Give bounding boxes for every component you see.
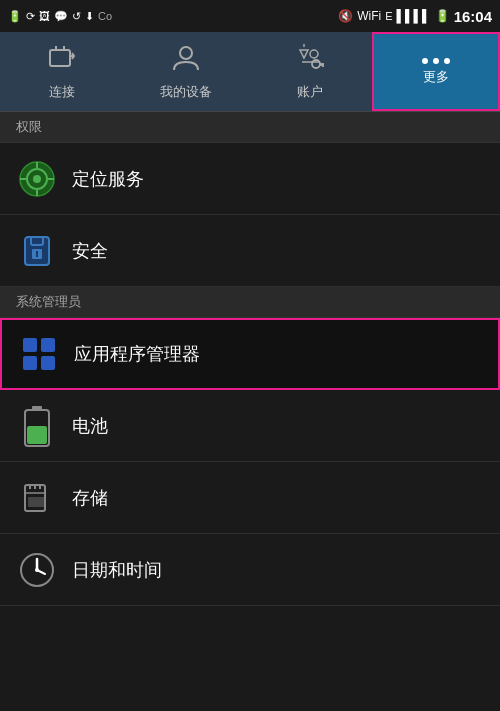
tab-connect-label: 连接	[49, 83, 75, 101]
wifi-icon: WiFi	[357, 9, 381, 23]
list-item-battery[interactable]: 电池	[0, 390, 500, 462]
section-header-sysadmin: 系统管理员	[0, 287, 500, 318]
svg-rect-35	[28, 497, 46, 507]
download-icon: ⬇	[85, 10, 94, 23]
svg-point-39	[35, 568, 39, 572]
tab-more[interactable]: 更多	[372, 32, 500, 111]
svg-rect-25	[23, 356, 37, 370]
clock: 16:04	[454, 8, 492, 25]
security-label: 安全	[72, 239, 108, 263]
battery-icon: 🔋	[435, 9, 450, 23]
appmanager-icon	[18, 333, 60, 375]
appmanager-label: 应用程序管理器	[74, 342, 200, 366]
status-right-icons: 🔇 WiFi E ▌▌▌▌ 🔋 16:04	[338, 8, 492, 25]
more-icon	[422, 58, 450, 64]
svg-rect-23	[23, 338, 37, 352]
wechat-icon: 💬	[54, 10, 68, 23]
list-item-datetime[interactable]: 日期和时间	[0, 534, 500, 606]
svg-point-4	[180, 47, 192, 59]
datetime-label: 日期和时间	[72, 558, 162, 582]
tab-connect[interactable]: 连接	[0, 32, 124, 111]
app-label: Co	[98, 10, 112, 22]
location-label: 定位服务	[72, 167, 144, 191]
sync-icon: ⟳	[26, 10, 35, 23]
network-type-label: E	[385, 10, 392, 22]
connect-icon	[46, 42, 78, 79]
svg-rect-0	[50, 50, 70, 66]
status-bar: 🔋 ⟳ 🖼 💬 ↺ ⬇ Co 🔇 WiFi E ▌▌▌▌ 🔋 16:04	[0, 0, 500, 32]
datetime-icon	[16, 549, 58, 591]
storage-icon	[16, 477, 58, 519]
location-icon	[16, 158, 58, 200]
battery-list-icon	[16, 405, 58, 447]
account-icon	[294, 42, 326, 79]
section-header-permissions: 权限	[0, 112, 500, 143]
list-item-security[interactable]: 安全	[0, 215, 500, 287]
status-left-icons: 🔋 ⟳ 🖼 💬 ↺ ⬇ Co	[8, 10, 112, 23]
svg-point-5	[310, 50, 318, 58]
mute-icon: 🔇	[338, 9, 353, 23]
svg-rect-26	[41, 356, 55, 370]
mydevice-icon	[170, 42, 202, 79]
svg-rect-28	[32, 406, 42, 410]
tab-bar: 连接 我的设备 账户	[0, 32, 500, 112]
list-item-location[interactable]: 定位服务	[0, 143, 500, 215]
tab-account-label: 账户	[297, 83, 323, 101]
tab-mydevice-label: 我的设备	[160, 83, 212, 101]
svg-point-14	[33, 175, 41, 183]
svg-point-8	[312, 60, 320, 68]
refresh-icon: ↺	[72, 10, 81, 23]
image-icon: 🖼	[39, 10, 50, 22]
battery-label: 电池	[72, 414, 108, 438]
battery-small-icon: 🔋	[8, 10, 22, 23]
tab-more-label: 更多	[423, 68, 449, 86]
list-item-appmanager[interactable]: 应用程序管理器	[0, 318, 500, 390]
tab-account[interactable]: 账户	[248, 32, 372, 111]
security-icon	[16, 230, 58, 272]
svg-rect-29	[27, 426, 47, 444]
list-item-storage[interactable]: 存储	[0, 462, 500, 534]
tab-mydevice[interactable]: 我的设备	[124, 32, 248, 111]
storage-label: 存储	[72, 486, 108, 510]
signal-bars-icon: ▌▌▌▌	[397, 9, 431, 23]
svg-rect-24	[41, 338, 55, 352]
